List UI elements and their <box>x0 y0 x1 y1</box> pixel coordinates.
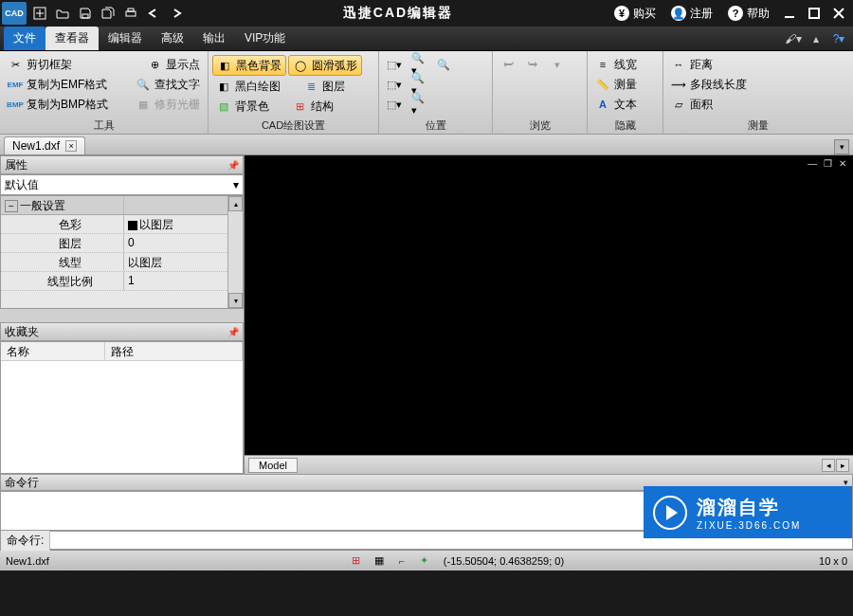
help-button[interactable]: ?帮助 <box>722 4 775 24</box>
prop-section-general[interactable]: −一般设置 <box>1 196 243 215</box>
favorites-list: 名称 路径 <box>0 341 244 474</box>
btn-pos-5[interactable]: 🔍▾ <box>408 75 430 94</box>
quick-save-icon[interactable] <box>74 2 97 25</box>
quick-new-icon[interactable] <box>28 2 51 25</box>
buy-button[interactable]: ¥购买 <box>608 4 662 24</box>
favorites-header[interactable]: 收藏夹 📌 <box>0 322 244 341</box>
btn-structure[interactable]: ⊞结构 <box>288 97 337 116</box>
statusbar: New1.dxf ⊞ ▦ ⌐ ✦ (-15.50504; 0.4638259; … <box>0 550 853 571</box>
btn-pos-6[interactable]: ⬚▾ <box>383 95 406 114</box>
svg-rect-7 <box>809 9 819 18</box>
favorites-columns: 名称 路径 <box>1 342 243 361</box>
group-hide-label: 隐藏 <box>591 118 659 134</box>
btn-distance[interactable]: ↔距离 <box>667 55 849 74</box>
prop-row-color[interactable]: 色彩以图层 <box>1 215 243 234</box>
menu-vip[interactable]: VIP功能 <box>235 27 295 50</box>
svg-rect-3 <box>82 14 88 18</box>
menu-viewer[interactable]: 查看器 <box>45 27 99 50</box>
quick-print-icon[interactable] <box>119 2 142 25</box>
menu-file[interactable]: 文件 <box>4 27 45 50</box>
ribbon-collapse-icon[interactable]: ▴ <box>806 28 826 49</box>
style-dropdown-icon[interactable]: 🖌▾ <box>783 28 804 49</box>
btn-pos-3[interactable]: 🔍 <box>432 55 455 74</box>
watermark-banner: 溜溜自学 ZIXUE.3D66.COM <box>644 486 852 538</box>
fav-col-path[interactable]: 路径 <box>105 342 243 360</box>
canvas-close-icon[interactable]: ✕ <box>836 157 849 169</box>
properties-default-dropdown[interactable]: 默认值 ▾ <box>0 174 244 195</box>
favorites-pin-icon[interactable]: 📌 <box>227 327 239 337</box>
menu-output[interactable]: 输出 <box>193 27 235 50</box>
status-snap-icon[interactable]: ⊞ <box>349 553 364 569</box>
model-tab[interactable]: Model <box>248 458 298 473</box>
canvas-minimize-icon[interactable]: — <box>806 157 819 169</box>
quick-undo-icon[interactable] <box>142 2 165 25</box>
properties-list: −一般设置 色彩以图层 图层0 线型以图层 线型比例1 ▴▾ <box>0 195 244 309</box>
btn-bg-color[interactable]: ▧背景色 <box>212 97 273 116</box>
menu-editor[interactable]: 编辑器 <box>99 27 152 50</box>
properties-pin-icon[interactable]: 📌 <box>227 160 239 171</box>
properties-header[interactable]: 属性 📌 <box>0 155 244 174</box>
doc-tab-label: New1.dxf <box>12 139 60 153</box>
btn-nav-fwd: ⮩ <box>521 55 544 74</box>
quick-open-icon[interactable] <box>51 2 74 25</box>
minimize-icon[interactable] <box>779 3 800 24</box>
status-right-text: 10 x 0 <box>819 555 847 567</box>
ribbon: ✂剪切框架 ⊕显示点 EMF复制为EMF格式 🔍查找文字 BMP复制为BMP格式… <box>0 51 853 135</box>
btn-measure[interactable]: 📏测量 <box>591 75 659 94</box>
commandline-title: 命令行 <box>5 475 39 491</box>
doc-tab-close-icon[interactable]: × <box>65 140 77 152</box>
doc-tab-active[interactable]: New1.dxf × <box>4 136 85 154</box>
group-browse-label: 浏览 <box>497 118 583 134</box>
btn-polyline-length[interactable]: ⟿多段线长度 <box>667 75 849 94</box>
watermark-title: 溜溜自学 <box>697 495 801 520</box>
close-icon[interactable] <box>828 3 849 24</box>
menu-help-icon[interactable]: ?▾ <box>828 28 849 49</box>
btn-pos-7[interactable]: 🔍▾ <box>408 95 430 114</box>
fav-col-name[interactable]: 名称 <box>1 342 105 360</box>
chevron-down-icon: ▾ <box>233 178 239 191</box>
status-coordinates: (-15.50504; 0.4638259; 0) <box>444 555 564 567</box>
status-grid-icon[interactable]: ▦ <box>372 553 387 569</box>
btn-smooth-arc[interactable]: ◯圆滑弧形 <box>288 55 362 76</box>
btn-copy-bmp[interactable]: BMP复制为BMP格式 <box>4 95 112 114</box>
prop-row-ltscale[interactable]: 线型比例1 <box>1 272 243 291</box>
commandline-history[interactable]: 溜溜自学 ZIXUE.3D66.COM <box>0 491 853 531</box>
btn-find-text[interactable]: 🔍查找文字 <box>132 75 204 94</box>
menubar: 文件 查看器 编辑器 高级 输出 VIP功能 🖌▾ ▴ ?▾ <box>0 27 853 51</box>
tab-nav-prev-icon[interactable]: ◂ <box>822 459 835 472</box>
btn-lineweight[interactable]: ≡线宽 <box>591 55 659 74</box>
properties-scrollbar[interactable]: ▴▾ <box>227 196 243 308</box>
titlebar: CAD 迅捷CAD编辑器 ¥购买 👤注册 ?帮助 <box>0 0 853 27</box>
favorites-title: 收藏夹 <box>5 324 39 340</box>
btn-layers[interactable]: ≣图层 <box>299 77 349 96</box>
tab-nav-next-icon[interactable]: ▸ <box>836 459 849 472</box>
svg-rect-5 <box>128 9 134 11</box>
quick-saveall-icon[interactable] <box>97 2 119 25</box>
doc-tabs-dropdown-icon[interactable]: ▾ <box>834 139 849 154</box>
app-logo: CAD <box>2 2 27 25</box>
btn-black-bg[interactable]: ◧黑色背景 <box>212 55 286 76</box>
register-button[interactable]: 👤注册 <box>665 4 718 24</box>
watermark-url: ZIXUE.3D66.COM <box>697 520 801 531</box>
prop-row-layer[interactable]: 图层0 <box>1 234 243 253</box>
drawing-canvas[interactable]: — ❐ ✕ <box>245 155 853 455</box>
menu-advanced[interactable]: 高级 <box>152 27 193 50</box>
btn-nav-back: ⮨ <box>497 55 519 74</box>
btn-area[interactable]: ▱面积 <box>667 95 849 114</box>
btn-clip-frame[interactable]: ✂剪切框架 <box>4 55 76 74</box>
canvas-area: — ❐ ✕ Model ◂ ▸ <box>245 155 853 474</box>
btn-text[interactable]: A文本 <box>591 95 659 114</box>
maximize-icon[interactable] <box>804 3 825 24</box>
status-polar-icon[interactable]: ✦ <box>417 553 432 569</box>
btn-copy-emf[interactable]: EMF复制为EMF格式 <box>4 75 111 94</box>
btn-pos-2[interactable]: 🔍▾ <box>408 55 430 74</box>
canvas-restore-icon[interactable]: ❐ <box>821 157 834 169</box>
prop-row-linetype[interactable]: 线型以图层 <box>1 253 243 272</box>
status-ortho-icon[interactable]: ⌐ <box>394 553 409 569</box>
btn-bw-draw[interactable]: ◧黑白绘图 <box>212 77 284 96</box>
quick-redo-icon[interactable] <box>165 2 188 25</box>
properties-title: 属性 <box>5 157 27 173</box>
btn-pos-1[interactable]: ⬚▾ <box>383 55 406 74</box>
btn-show-point[interactable]: ⊕显示点 <box>143 55 204 74</box>
btn-pos-4[interactable]: ⬚▾ <box>383 75 406 94</box>
